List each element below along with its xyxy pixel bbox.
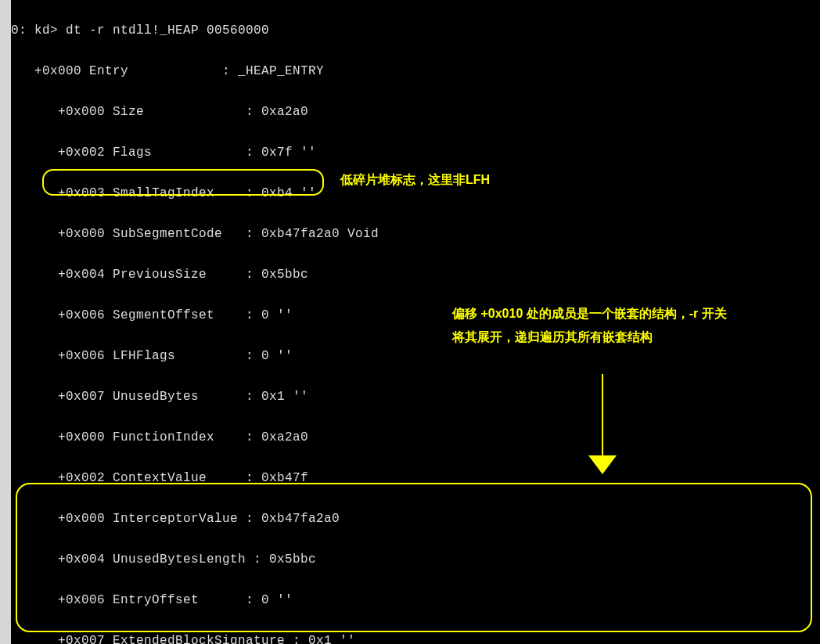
prompt-line: 0: kd> dt -r ntdll!_HEAP 00560000	[11, 20, 820, 41]
output-line: +0x000 Entry : _HEAP_ENTRY	[11, 61, 820, 81]
output-line: +0x006 EntryOffset : 0 ''	[11, 590, 820, 610]
output-line: +0x002 ContextValue : 0xb47f	[11, 468, 820, 488]
output-line: +0x007 ExtendedBlockSignature : 0x1 ''	[11, 631, 820, 644]
output-line: +0x004 UnusedBytesLength : 0x5bbc	[11, 549, 820, 570]
output-line: +0x004 PreviousSize : 0x5bbc	[11, 264, 820, 285]
output-line: +0x000 SubSegmentCode : 0xb47fa2a0 Void	[11, 224, 820, 244]
output-line: +0x002 Flags : 0x7f ''	[11, 142, 820, 163]
output-line: +0x000 Size : 0xa2a0	[11, 102, 820, 122]
annotation-lfh: 低碎片堆标志，这里非LFH	[340, 172, 490, 189]
output-line: +0x007 UnusedBytes : 0x1 ''	[11, 387, 820, 407]
annotation-nested: 偏移 +0x010 处的成员是一个嵌套的结构，-r 开关将其展开，递归遍历其所有…	[452, 302, 734, 349]
output-line: +0x000 InterceptorValue : 0xb47fa2a0	[11, 509, 820, 529]
left-gutter	[0, 0, 11, 644]
output-line: +0x000 FunctionIndex : 0xa2a0	[11, 427, 820, 448]
